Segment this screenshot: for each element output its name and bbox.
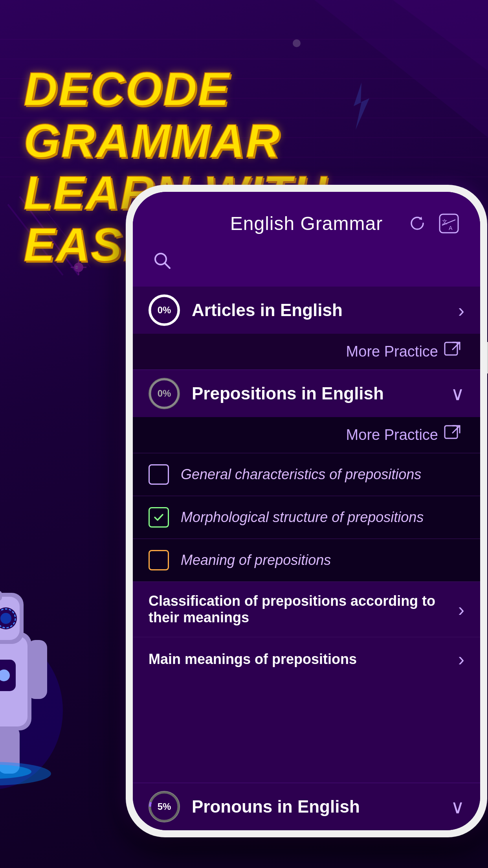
prepositions-progress-circle: 0% xyxy=(149,378,180,409)
svg-line-59 xyxy=(165,263,170,268)
prepositions-sub-3[interactable]: Meaning of prepositions xyxy=(133,539,480,581)
app-container: English Grammar 文 A xyxy=(133,192,480,830)
phone-frame: English Grammar 文 A xyxy=(126,185,487,837)
articles-chevron: › xyxy=(458,300,464,321)
refresh-icon[interactable] xyxy=(405,211,429,235)
prepositions-progress-text: 0% xyxy=(158,388,171,399)
svg-rect-64 xyxy=(445,426,457,438)
prepositions-sub-2[interactable]: Morphological structure of prepositions xyxy=(133,496,480,539)
prepositions-practice-row[interactable]: More Practice xyxy=(133,417,480,453)
prepositions-sub-5[interactable]: Main meanings of prepositions › xyxy=(133,637,480,681)
prepositions-lesson-header[interactable]: 0% Prepositions in English ∨ xyxy=(133,370,480,417)
svg-line-65 xyxy=(453,426,460,433)
articles-progress-circle: 0% xyxy=(149,294,180,326)
svg-rect-61 xyxy=(445,342,457,355)
prepositions-chevron: ∨ xyxy=(451,383,464,405)
prepositions-sub-4[interactable]: Classification of prepositions according… xyxy=(133,581,480,637)
prepositions-content: More Practice General xyxy=(133,417,480,681)
search-bar[interactable] xyxy=(133,247,480,287)
checkbox-1[interactable] xyxy=(149,464,169,485)
app-title: English Grammar xyxy=(230,213,383,234)
sub-item-5-chevron: › xyxy=(458,648,464,670)
robot-character xyxy=(0,554,71,789)
header-icons: 文 A xyxy=(405,211,460,235)
svg-line-62 xyxy=(453,342,460,349)
svg-rect-47 xyxy=(28,640,47,699)
translate-icon[interactable]: 文 A xyxy=(437,211,460,235)
phone-mockup: English Grammar 文 A xyxy=(126,185,487,837)
prepositions-practice-icon xyxy=(444,425,460,445)
pronouns-progress-circle: 5% xyxy=(149,791,180,822)
prepositions-practice-label: More Practice xyxy=(346,427,438,443)
checkbox-2[interactable] xyxy=(149,507,169,528)
sub-item-5-text: Main meanings of prepositions xyxy=(149,651,458,668)
pronouns-chevron: ∨ xyxy=(451,796,464,818)
sub-item-4-text: Classification of prepositions according… xyxy=(149,593,458,626)
articles-practice-icon xyxy=(444,342,460,362)
articles-practice-row[interactable]: More Practice xyxy=(133,334,480,370)
articles-lesson-header[interactable]: 0% Articles in English › xyxy=(133,287,480,334)
app-header: English Grammar 文 A xyxy=(133,192,480,247)
articles-progress-text: 0% xyxy=(158,305,171,316)
hero-line1: Decode Grammar xyxy=(24,63,488,167)
phone-screen: English Grammar 文 A xyxy=(133,192,480,830)
articles-practice-label: More Practice xyxy=(346,343,438,360)
search-icon xyxy=(152,251,172,275)
sub-item-1-text: General characteristics of prepositions xyxy=(181,466,464,483)
pronouns-progress-text: 5% xyxy=(158,801,171,812)
sub-item-2-text: Morphological structure of prepositions xyxy=(181,509,464,526)
prepositions-title: Prepositions in English xyxy=(192,384,451,403)
checkbox-3[interactable] xyxy=(149,550,169,570)
svg-point-41 xyxy=(0,613,11,624)
sub-item-3-text: Meaning of prepositions xyxy=(181,552,464,568)
pronouns-lesson-header[interactable]: 5% Pronouns in English ∨ xyxy=(133,783,480,830)
articles-title: Articles in English xyxy=(192,300,458,320)
sub-item-4-chevron: › xyxy=(458,599,464,620)
articles-more-practice: More Practice xyxy=(133,334,480,370)
prepositions-sub-1[interactable]: General characteristics of prepositions xyxy=(133,453,480,496)
pronouns-title: Pronouns in English xyxy=(192,797,451,817)
svg-point-29 xyxy=(293,39,301,47)
svg-text:A: A xyxy=(449,225,453,231)
